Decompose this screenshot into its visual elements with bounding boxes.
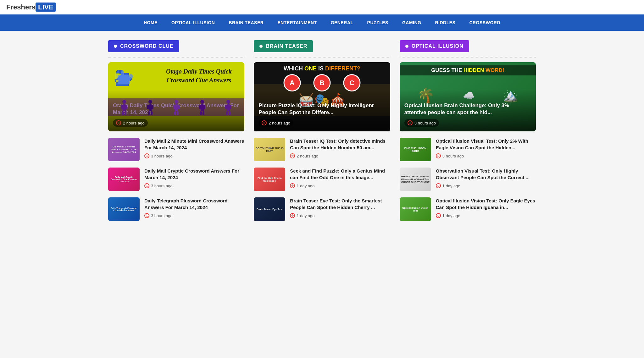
opt-time-icon: ⏱ (408, 120, 413, 125)
svg-rect-16 (174, 111, 176, 115)
bt-circles-row: A B C (283, 74, 360, 91)
bt-time-icon: ⏱ (262, 120, 267, 125)
crossword-time-icon: ⏱ (116, 120, 121, 125)
brainteaser-featured-card[interactable]: WHICH ONE IS DIFFERENT? A B C 🥁🎭🎪 Pictur… (254, 62, 390, 131)
list-item[interactable]: DO YOU THINK THIS IS EASY Brain Teaser I… (254, 138, 390, 161)
crossword-divider (108, 57, 244, 58)
nav-riddles[interactable]: RIDDLES (428, 14, 462, 31)
nav-optical-illusion[interactable]: OPTICAL ILLUSION (164, 14, 222, 31)
crossword-header: CROSSWORD CLUE (108, 40, 179, 52)
svg-point-12 (175, 100, 178, 104)
svg-rect-9 (151, 105, 153, 109)
nav-entertainment[interactable]: ENTERTAINMENT (270, 14, 324, 31)
crossword-article-1-time: ⏱ 3 hours ago (144, 153, 244, 158)
svg-rect-21 (203, 105, 205, 109)
opt-time-text: 3 hours ago (414, 121, 436, 125)
bt-clock-3: ⏱ (290, 213, 295, 218)
nav-general[interactable]: GENERAL (324, 14, 360, 31)
bt-thumb-2: Find the Odd One in this Image (254, 168, 285, 191)
svg-rect-8 (147, 105, 150, 109)
nav-home[interactable]: HOME (137, 14, 164, 31)
list-item[interactable]: Find the Odd One in this Image Seek and … (254, 168, 390, 191)
crossword-dot (114, 45, 117, 48)
bt-clock-2: ⏱ (290, 183, 295, 188)
optical-featured-card[interactable]: GUESS THE HIDDEN WORD! 🌴 ☁️ 🏔️ Optical I… (400, 62, 536, 131)
crossword-article-2-time: ⏱ 3 hours ago (144, 183, 244, 188)
opt-article-1-title: Optical Illusion Visual Test: Only 2% Wi… (436, 138, 536, 151)
crossword-article-3-time: ⏱ 3 hours ago (144, 213, 244, 218)
opt-article-2-time: ⏱ 1 day ago (436, 183, 536, 188)
clock-icon-1: ⏱ (144, 153, 149, 158)
nav-crossword[interactable]: CROSSWORD (462, 14, 507, 31)
opt-article-3-time: ⏱ 1 day ago (436, 213, 536, 218)
crossword-article-2-title: Daily Mail Cryptic Crossword Answers For… (144, 168, 244, 181)
opt-thumb-1: FIND THE HIDDEN BIRD! (400, 138, 431, 161)
brainteaser-section: BRAIN TEASER WHICH ONE IS DIFFERENT? A B… (254, 40, 390, 221)
brainteaser-article-list: DO YOU THINK THIS IS EASY Brain Teaser I… (254, 138, 390, 221)
crossword-overlay-text: Otago Daily Times Quick Crossword Clue A… (166, 68, 232, 84)
crossword-featured-time: ⏱ 2 hours ago (113, 119, 148, 127)
bt-article-1-time: ⏱ 2 hours ago (290, 153, 390, 158)
crossword-thumb-3: Daily Telegraph Plusword Crossword Answe… (108, 197, 140, 221)
brainteaser-header-label: BRAIN TEASER (266, 43, 307, 49)
site-logo[interactable]: FreshersLIVE (6, 3, 56, 11)
crossword-thumb-2: Daily Mail Cryptic Crossword Clue Answer… (108, 168, 140, 191)
list-item[interactable]: FIND THE HIDDEN BIRD! Optical Illusion V… (400, 138, 536, 161)
brainteaser-featured-image: WHICH ONE IS DIFFERENT? A B C 🥁🎭🎪 Pictur… (254, 62, 390, 131)
list-item[interactable]: Optical Illusion Vision Test Optical Ill… (400, 197, 536, 221)
svg-rect-2 (121, 105, 124, 109)
bt-article-3-time: ⏱ 1 day ago (290, 213, 390, 218)
bt-clock-1: ⏱ (290, 153, 295, 158)
svg-rect-27 (229, 105, 231, 109)
optical-featured-image: GUESS THE HIDDEN WORD! 🌴 ☁️ 🏔️ Optical I… (400, 62, 536, 131)
logo-suffix: LIVE (36, 3, 56, 12)
opt-article-2-title: Observation Visual Test: Only Highly Obs… (436, 168, 536, 181)
crossword-featured-overlay-text: Otago Daily Times Quick Crossword Clue A… (158, 67, 240, 85)
svg-rect-20 (199, 105, 202, 109)
svg-rect-11 (151, 111, 153, 115)
logo-prefix: Freshers (6, 3, 36, 11)
list-item[interactable]: GHOST GHOST GHOST Observation Visual Tes… (400, 168, 536, 191)
svg-rect-14 (173, 105, 176, 109)
svg-rect-22 (200, 111, 202, 115)
bt-article-2-title: Seek and Find Puzzle: Only a Genius Mind… (290, 168, 390, 181)
brainteaser-featured-time: ⏱ 2 hours ago (258, 119, 293, 127)
brainteaser-divider (254, 57, 390, 58)
bt-circle-b: B (313, 74, 330, 91)
silhouettes-bar (108, 98, 244, 116)
opt-clock-1: ⏱ (436, 153, 441, 158)
bt-circle-c: C (343, 74, 360, 91)
brainteaser-header: BRAIN TEASER (254, 40, 313, 52)
list-item[interactable]: Daily Mail 2 minute Mini Crossword Clue … (108, 138, 244, 161)
list-item[interactable]: Daily Telegraph Plusword Crossword Answe… (108, 197, 244, 221)
crossword-article-3-info: Daily Telegraph Plusword Crossword Answe… (144, 197, 244, 221)
crossword-time-text: 2 hours ago (123, 121, 145, 125)
svg-rect-29 (229, 111, 230, 115)
svg-rect-4 (122, 111, 124, 115)
crossword-section: CROSSWORD CLUE Otago Daily Times Quick C… (108, 40, 244, 221)
list-item[interactable]: Daily Mail Cryptic Crossword Clue Answer… (108, 168, 244, 191)
site-header: FreshersLIVE (0, 0, 644, 14)
bt-circle-a: A (283, 74, 301, 91)
crossword-featured-card[interactable]: Otago Daily Times Quick Crossword Clue A… (108, 62, 244, 131)
opt-article-3-title: Optical Illusion Vision Test: Only Eagle… (436, 197, 536, 211)
optical-divider (400, 57, 536, 58)
list-item[interactable]: Brain Teaser Eye Test Brain Teaser Eye T… (254, 197, 390, 221)
optical-section: OPTICAL ILLUSION GUESS THE HIDDEN WORD! … (400, 40, 536, 221)
svg-point-24 (226, 100, 230, 104)
svg-rect-5 (125, 111, 126, 115)
nav-gaming[interactable]: GAMING (395, 14, 428, 31)
crossword-header-label: CROSSWORD CLUE (120, 43, 174, 49)
bt-time-text: 2 hours ago (269, 121, 290, 125)
svg-rect-15 (177, 105, 180, 109)
nav-puzzles[interactable]: PUZZLES (360, 14, 395, 31)
opt-header-row: GUESS THE HIDDEN WORD! (400, 65, 536, 75)
nav-brain-teaser[interactable]: BRAIN TEASER (222, 14, 270, 31)
main-nav: HOME OPTICAL ILLUSION BRAIN TEASER ENTER… (0, 14, 644, 31)
clock-icon-2: ⏱ (144, 183, 149, 188)
brainteaser-featured-card-overlay: Picture Puzzle IQ Test: Only Highly Inte… (254, 90, 390, 131)
svg-rect-17 (177, 111, 179, 115)
bt-article-1-title: Brain Teaser IQ Test: Only detective min… (290, 138, 390, 151)
opt-clock-2: ⏱ (436, 183, 441, 188)
optical-featured-time: ⏱ 3 hours ago (404, 119, 439, 127)
